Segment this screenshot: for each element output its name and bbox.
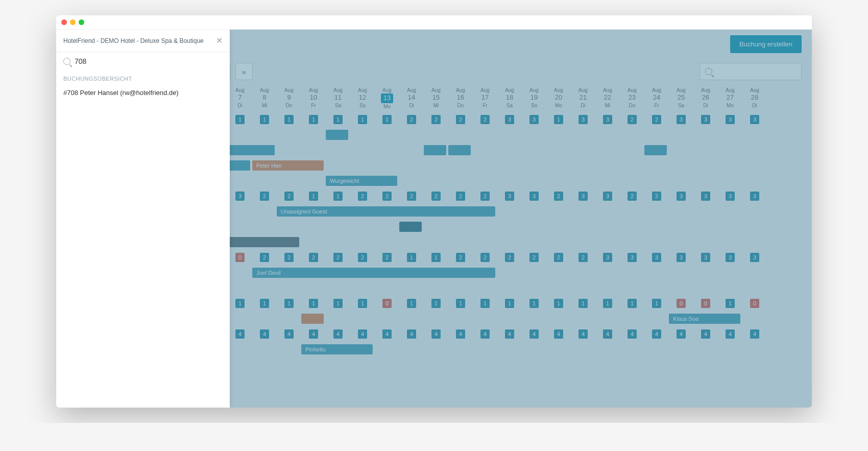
availability-count: 3 <box>726 253 735 262</box>
search-result-item[interactable]: #708 Peter Hansel (rw@hotelfriend.de) <box>56 86 230 100</box>
availability-count: 3 <box>677 192 686 201</box>
availability-count: 4 <box>407 329 416 339</box>
availability-count: 1 <box>578 299 588 308</box>
day-column: Aug17Fr <box>473 85 497 112</box>
availability-count: 3 <box>750 192 759 201</box>
availability-count: 2 <box>358 253 367 262</box>
availability-count: 3 <box>677 253 686 262</box>
planner-search[interactable] <box>700 63 802 80</box>
day-column: Aug18Sa <box>497 85 522 112</box>
reservation-bar[interactable] <box>448 145 471 155</box>
availability-count: 4 <box>309 329 318 339</box>
reservation-bar[interactable]: Wurgewicht <box>326 176 397 186</box>
reservation-bar[interactable] <box>228 160 250 171</box>
day-column: Aug27Mo <box>718 85 742 112</box>
availability-count: 1 <box>333 192 343 201</box>
reservation-bar[interactable]: Peter Han <box>252 160 324 171</box>
availability-count: 3 <box>529 192 539 201</box>
maximize-window-icon[interactable] <box>79 19 84 25</box>
day-column: Aug19So <box>522 85 546 112</box>
availability-count: 2 <box>456 253 465 262</box>
availability-count: 2 <box>333 253 343 262</box>
search-input[interactable] <box>75 57 223 65</box>
availability-count: 0 <box>750 299 759 308</box>
availability-count: 4 <box>529 329 539 339</box>
reservation-bar[interactable]: Klaus Soa <box>669 314 740 324</box>
availability-count: 1 <box>260 115 269 124</box>
availability-count: 3 <box>726 115 735 124</box>
next-month-button[interactable]: » <box>235 63 253 80</box>
availability-count: 3 <box>750 115 759 124</box>
availability-count: 2 <box>480 115 490 124</box>
day-column: Aug11Sa <box>326 85 350 112</box>
availability-count: 1 <box>456 299 465 308</box>
availability-count: 1 <box>235 299 245 308</box>
close-window-icon[interactable] <box>61 19 67 25</box>
availability-count: 4 <box>260 329 269 339</box>
availability-count: 1 <box>358 115 367 124</box>
availability-count: 1 <box>554 299 563 308</box>
search-panel-input-row <box>56 52 230 70</box>
availability-count: 1 <box>431 253 441 262</box>
availability-count: 4 <box>750 329 759 339</box>
search-icon <box>705 68 712 75</box>
reservation-bar[interactable]: Joel Devil <box>252 268 495 278</box>
availability-count: 1 <box>407 253 416 262</box>
create-booking-button[interactable]: Buchung erstellen <box>730 35 802 53</box>
availability-count: 4 <box>382 329 392 339</box>
availability-count: 3 <box>578 115 588 124</box>
availability-count: 2 <box>309 253 318 262</box>
window-titlebar <box>56 15 812 30</box>
day-column: Aug12So <box>350 85 375 112</box>
reservation-bar[interactable] <box>326 130 348 140</box>
availability-count: 1 <box>628 299 637 308</box>
availability-count: 4 <box>677 329 686 339</box>
availability-count: 2 <box>628 192 637 201</box>
availability-count: 1 <box>358 299 367 308</box>
availability-count: 2 <box>284 253 294 262</box>
availability-count: 0 <box>382 299 392 308</box>
availability-count: 4 <box>431 329 441 339</box>
day-column: Aug28Di <box>742 85 767 112</box>
availability-count: 4 <box>578 329 588 339</box>
availability-count: 1 <box>235 115 245 124</box>
availability-count: 3 <box>628 253 637 262</box>
day-column: Aug21Di <box>571 85 595 112</box>
day-column: Aug26Di <box>693 85 718 112</box>
availability-count: 3 <box>505 115 514 124</box>
day-column: Aug9Do <box>277 85 301 112</box>
day-column: Aug14Di <box>399 85 424 112</box>
availability-count: 3 <box>701 115 710 124</box>
availability-count: 1 <box>726 299 735 308</box>
availability-count: 2 <box>456 192 465 201</box>
availability-count: 2 <box>554 253 563 262</box>
availability-count: 2 <box>456 115 465 124</box>
availability-count: 3 <box>701 192 710 201</box>
availability-count: 4 <box>554 329 563 339</box>
day-column: Aug10Fr <box>301 85 326 112</box>
reservation-bar[interactable] <box>644 145 667 155</box>
main-content: Home / Reservierungsplan Buchung erstell… <box>56 30 812 408</box>
minimize-window-icon[interactable] <box>70 19 76 25</box>
availability-count: 3 <box>603 253 612 262</box>
search-panel: HotelFriend - DEMO Hotel - Deluxe Spa & … <box>56 30 230 408</box>
availability-count: 2 <box>652 192 661 201</box>
reservation-bar[interactable] <box>301 314 324 324</box>
availability-count: 1 <box>652 299 661 308</box>
reservation-bar[interactable]: Unassigned Guest <box>277 206 495 217</box>
availability-count: 2 <box>431 115 441 124</box>
availability-count: 1 <box>284 299 294 308</box>
reservation-bar[interactable]: Pinheito <box>301 344 373 354</box>
close-icon[interactable]: ✕ <box>216 36 223 45</box>
availability-count: 1 <box>309 115 318 124</box>
day-column: Aug20Mo <box>546 85 571 112</box>
reservation-bar[interactable] <box>399 222 422 232</box>
availability-count: 3 <box>726 192 735 201</box>
availability-count: 3 <box>235 192 245 201</box>
availability-count: 2 <box>382 253 392 262</box>
availability-count: 1 <box>309 299 318 308</box>
availability-count: 1 <box>480 299 490 308</box>
reservation-bar[interactable] <box>424 145 446 155</box>
availability-count: 2 <box>382 192 392 201</box>
availability-count: 2 <box>407 192 416 201</box>
